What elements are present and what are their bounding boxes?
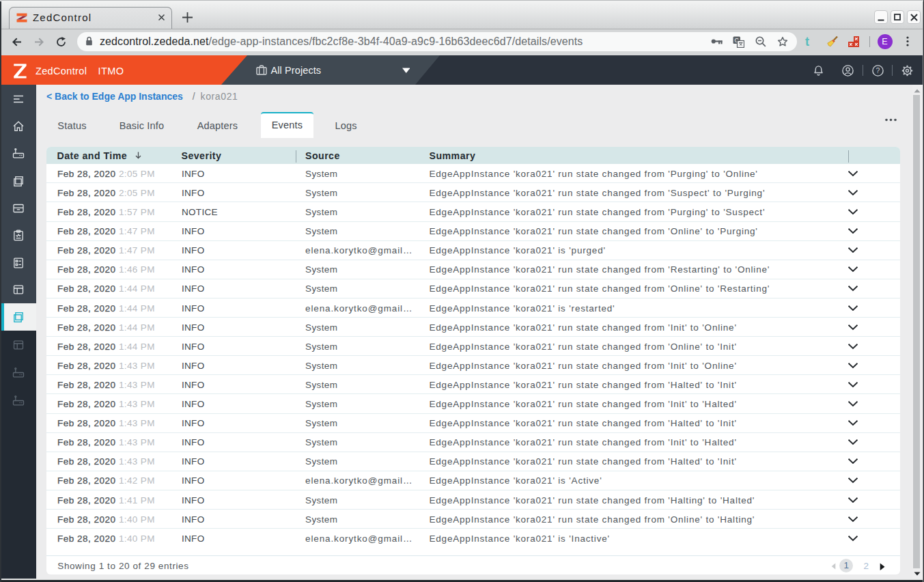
svg-text:?: ? xyxy=(876,66,880,74)
